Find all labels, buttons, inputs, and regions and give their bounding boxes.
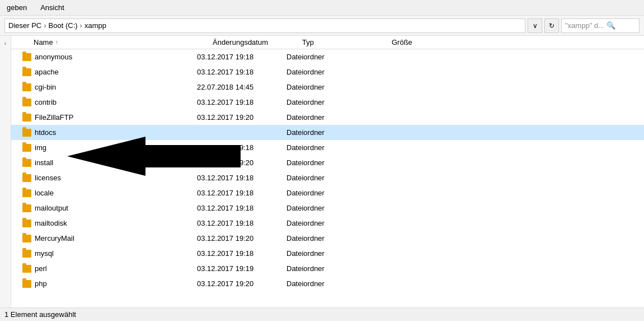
file-type: Dateiordner [286, 83, 376, 91]
file-name: anonymous [35, 53, 197, 61]
file-name: cgi-bin [35, 83, 197, 91]
folder-icon [22, 265, 31, 273]
table-row[interactable]: apache 03.12.2017 19:18 Dateiordner [11, 64, 644, 80]
table-row[interactable]: php 03.12.2017 19:20 Dateiordner [11, 276, 644, 291]
table-row[interactable]: install 03.12.2017 19:20 Dateiordner [11, 155, 644, 170]
breadcrumb-dieser-pc[interactable]: Dieser PC [8, 21, 41, 30]
table-row[interactable]: img 03.12.2017 19:18 Dateiordner [11, 140, 644, 155]
table-row[interactable]: anonymous 03.12.2017 19:18 Dateiordner [11, 49, 644, 64]
search-text: "xampp" d... [565, 21, 604, 30]
table-row[interactable]: licenses 03.12.2017 19:18 Dateiordner [11, 170, 644, 185]
file-name: mysql [35, 249, 197, 258]
file-date: 03.12.2017 19:20 [197, 113, 286, 122]
file-type: Dateiordner [286, 219, 376, 227]
statusbar: 1 Element ausgewählt [0, 307, 644, 321]
sidebar-toggle[interactable]: ‹ [0, 36, 11, 307]
file-type: Dateiordner [286, 68, 376, 76]
file-name: apache [35, 68, 197, 76]
sidebar-arrow[interactable]: ‹ [4, 40, 6, 46]
table-row[interactable]: locale 03.12.2017 19:18 Dateiordner [11, 185, 644, 200]
file-type: Dateiordner [286, 98, 376, 106]
folder-icon [22, 220, 31, 227]
folder-icon [22, 204, 31, 212]
folder-icon [22, 83, 31, 91]
file-type: Dateiordner [286, 204, 376, 212]
menubar: geben Ansicht [0, 0, 644, 16]
status-text: 1 Element ausgewählt [4, 310, 76, 319]
folder-icon [22, 99, 31, 106]
file-date: 03.12.2017 19:18 [197, 98, 286, 106]
search-box[interactable]: "xampp" d... 🔍 [561, 18, 640, 33]
name-sort-arrow: ↑ [55, 39, 58, 45]
col-header-date[interactable]: Änderungsdatum [213, 38, 302, 46]
file-list: Name ↑ Änderungsdatum Typ Größe anonymou… [11, 36, 644, 307]
col-header-size[interactable]: Größe [392, 38, 459, 46]
file-date: 03.12.2017 19:18 [197, 53, 286, 61]
table-row[interactable]: mailoutput 03.12.2017 19:18 Dateiordner [11, 200, 644, 216]
folder-icon [22, 53, 31, 61]
file-type: Dateiordner [286, 53, 376, 61]
folder-icon [22, 129, 31, 137]
col-header-type[interactable]: Typ [302, 38, 392, 46]
file-type: Dateiordner [286, 143, 376, 152]
file-type: Dateiordner [286, 189, 376, 197]
file-name: mailtodisk [35, 219, 197, 227]
table-row[interactable]: FileZillaFTP 03.12.2017 19:20 Dateiordne… [11, 110, 644, 125]
file-name: perl [35, 264, 197, 273]
folder-icon [22, 189, 31, 197]
file-date: 22.07.2018 14:45 [197, 83, 286, 91]
table-row[interactable]: htdocs Dateiordner [11, 125, 644, 140]
file-type: Dateiordner [286, 128, 376, 137]
file-name: MercuryMail [35, 234, 197, 242]
file-date: 03.12.2017 19:20 [197, 279, 286, 288]
file-type: Dateiordner [286, 234, 376, 242]
table-row[interactable]: mysql 03.12.2017 19:18 Dateiordner [11, 246, 644, 261]
addr-controls: ∨ ↻ [528, 18, 559, 33]
main-area: ‹ Name ↑ Änderungsdatum Typ Größe anonym… [0, 36, 644, 307]
breadcrumb-sep-2: › [80, 21, 82, 30]
file-date: 03.12.2017 19:19 [197, 264, 286, 273]
folder-icon [22, 159, 31, 167]
file-date: 03.12.2017 19:20 [197, 158, 286, 167]
file-name: php [35, 279, 197, 288]
table-row[interactable]: perl 03.12.2017 19:19 Dateiordner [11, 261, 644, 276]
file-name: licenses [35, 174, 197, 182]
file-type: Dateiordner [286, 249, 376, 258]
file-name: img [35, 143, 197, 152]
table-row[interactable]: MercuryMail 03.12.2017 19:20 Dateiordner [11, 231, 644, 246]
addressbar: Dieser PC › Boot (C:) › xampp ∨ ↻ "xampp… [0, 16, 644, 36]
file-type: Dateiordner [286, 264, 376, 273]
file-date: 03.12.2017 19:18 [197, 219, 286, 227]
file-date: 03.12.2017 19:20 [197, 234, 286, 242]
dropdown-btn[interactable]: ∨ [528, 18, 542, 33]
breadcrumb-sep-1: › [44, 21, 46, 30]
table-row[interactable]: cgi-bin 22.07.2018 14:45 Dateiordner [11, 80, 644, 95]
file-type: Dateiordner [286, 113, 376, 122]
folder-icon [22, 68, 31, 76]
breadcrumb[interactable]: Dieser PC › Boot (C:) › xampp [4, 18, 525, 33]
col-header-name[interactable]: Name ↑ [11, 38, 213, 46]
file-name: mailoutput [35, 204, 197, 212]
file-date: 03.12.2017 19:18 [197, 68, 286, 76]
table-row[interactable]: mailtodisk 03.12.2017 19:18 Dateiordner [11, 216, 644, 231]
file-name: locale [35, 189, 197, 197]
file-rows-container: anonymous 03.12.2017 19:18 Dateiordner a… [11, 49, 644, 291]
folder-icon [22, 114, 31, 122]
menu-geben[interactable]: geben [4, 2, 29, 13]
folder-icon [22, 235, 31, 242]
breadcrumb-boot[interactable]: Boot (C:) [49, 21, 78, 30]
folder-icon [22, 280, 31, 288]
breadcrumb-xampp[interactable]: xampp [84, 21, 106, 30]
file-name: htdocs [35, 128, 197, 137]
file-date: 03.12.2017 19:18 [197, 249, 286, 258]
search-icon: 🔍 [607, 21, 615, 30]
file-date: 03.12.2017 19:18 [197, 204, 286, 212]
file-type: Dateiordner [286, 174, 376, 182]
file-date: 03.12.2017 19:18 [197, 189, 286, 197]
column-headers: Name ↑ Änderungsdatum Typ Größe [11, 36, 644, 49]
menu-ansicht[interactable]: Ansicht [38, 2, 67, 13]
table-row[interactable]: contrib 03.12.2017 19:18 Dateiordner [11, 95, 644, 110]
refresh-btn[interactable]: ↻ [544, 18, 559, 33]
file-date: 03.12.2017 19:18 [197, 143, 286, 152]
file-name: install [35, 158, 197, 167]
